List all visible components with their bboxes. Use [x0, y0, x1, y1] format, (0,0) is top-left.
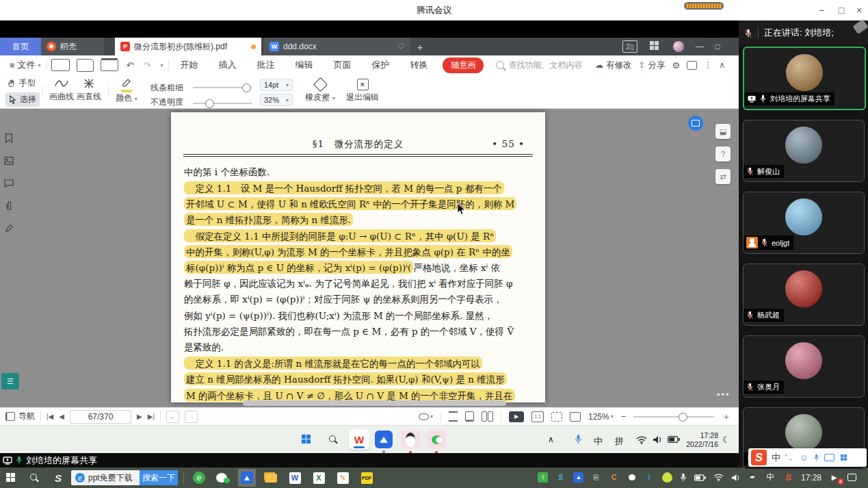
prev-page-icon[interactable]: ◀ — [59, 413, 64, 420]
host-search-icon[interactable] — [30, 474, 37, 480]
settings-gear-icon[interactable]: ⚙ — [672, 60, 681, 70]
menu-item[interactable]: 转换 — [406, 57, 432, 73]
notification-icon[interactable] — [847, 472, 857, 483]
tray-wechat-icon[interactable] — [627, 472, 637, 483]
meeting-taskbar-icon[interactable] — [375, 431, 393, 448]
sogou-ime-bar[interactable]: S 中 ’， ☺ — [748, 448, 867, 467]
first-page-icon[interactable]: |◀ — [47, 413, 53, 420]
host-tray-battery-icon[interactable] — [694, 474, 706, 481]
qq-taskbar-icon[interactable] — [401, 430, 420, 449]
web-search-button[interactable]: 搜索一下 — [140, 470, 178, 485]
floating-toolbar-handle[interactable]: ☰ — [1, 373, 19, 389]
kebab-menu-icon[interactable]: ⋮ — [704, 60, 712, 70]
tray-360-icon[interactable]: C — [609, 472, 619, 483]
tray-bluetooth-icon[interactable]: ᛒ — [644, 472, 655, 483]
ink-mode-button[interactable]: 随意画 — [443, 57, 484, 73]
collapse-ribbon-icon[interactable]: ∧ — [719, 60, 725, 70]
participant-tile[interactable]: eoljgt — [743, 192, 865, 254]
header-mic-muted-icon[interactable] — [744, 29, 752, 38]
focus-assist-moon-icon[interactable]: ☾ — [722, 435, 731, 445]
restore-button[interactable]: □ — [832, 2, 850, 18]
swap-pages-icon[interactable]: ⇄ — [715, 169, 731, 184]
workspace-grid-icon[interactable] — [650, 41, 659, 50]
nav-pane-button[interactable]: 导航 — [5, 411, 35, 422]
tray-usb-drive-icon[interactable]: ⎘ — [591, 472, 601, 483]
opacity-knob[interactable] — [205, 99, 214, 108]
zoom-slider[interactable] — [633, 416, 714, 418]
blue-floating-button[interactable] — [688, 116, 703, 131]
host-notes-icon[interactable]: ✎ — [334, 469, 352, 487]
draw-curve-tool[interactable]: 画曲线 — [47, 78, 77, 103]
opacity-slider[interactable] — [193, 103, 252, 104]
highlighter-icon[interactable] — [4, 224, 14, 233]
select-tool[interactable]: 选择 — [5, 92, 40, 107]
menu-item[interactable]: 插入 — [214, 57, 240, 73]
tray-ime-icon[interactable]: 中 — [765, 472, 776, 483]
tray-sogou-icon[interactable]: S — [783, 472, 793, 483]
opacity-combo[interactable]: 32%▾ — [260, 94, 293, 106]
tray-meeting-icon[interactable] — [573, 472, 583, 483]
menu-item[interactable]: 页面 — [329, 57, 355, 73]
participant-tile[interactable]: 解俊山 — [743, 120, 865, 182]
zoom-level[interactable]: 125%▾ — [588, 412, 614, 422]
host-browser-icon[interactable]: e — [190, 469, 208, 487]
start-button[interactable] — [302, 435, 311, 444]
new-tab-button[interactable]: + — [413, 40, 427, 53]
sogou-mic-icon[interactable] — [813, 454, 819, 462]
tab-docx[interactable]: W ddd.docx 🗩 — [264, 38, 410, 55]
tray-expand-icon[interactable]: ∧ — [548, 435, 554, 444]
paperclip-icon[interactable] — [4, 201, 14, 211]
comment-icon[interactable] — [4, 179, 14, 188]
eraser-tool[interactable]: 橡皮擦 ▾ — [304, 78, 337, 103]
font-size-combo[interactable]: 14pt▾ — [260, 79, 293, 91]
taskbar-search-icon[interactable] — [329, 435, 336, 442]
back-view-icon[interactable]: ← — [166, 411, 179, 423]
tray-mic-icon[interactable] — [575, 434, 582, 445]
forward-view-icon[interactable]: → — [185, 411, 198, 423]
bookmark-icon[interactable] — [4, 133, 14, 143]
sogou-emoji-icon[interactable]: ☺ — [799, 452, 808, 463]
open-folder-icon[interactable] — [51, 59, 70, 71]
tray-wifi-icon[interactable] — [636, 436, 647, 444]
web-search-box[interactable]: e ppt免费下载 — [71, 470, 140, 485]
image-icon[interactable] — [4, 156, 14, 166]
host-meeting-icon[interactable] — [238, 469, 256, 487]
tray-usb-safe-icon[interactable]: ⇪ — [538, 472, 548, 483]
tray-battery-icon[interactable] — [668, 436, 680, 443]
zoom-out-icon[interactable]: − — [621, 411, 627, 422]
participant-tile[interactable]: 刘培培的屏幕共享 — [743, 47, 866, 110]
draw-line-tool[interactable]: 画直线 — [74, 78, 104, 103]
sogou-keyboard-icon[interactable] — [824, 454, 834, 461]
more-commands-icon[interactable]: ▾ — [156, 60, 167, 70]
tab-home[interactable]: 首页 — [0, 38, 41, 55]
fit-page-icon2[interactable] — [570, 412, 581, 422]
actual-size-icon[interactable]: 1:1 — [531, 411, 544, 422]
minimize-button[interactable]: − — [813, 2, 830, 18]
thickness-knob[interactable] — [242, 84, 251, 92]
menu-item[interactable]: 编辑 — [291, 57, 317, 73]
eye-protect-button[interactable]: ▾ — [419, 413, 433, 420]
close-button[interactable]: × — [850, 2, 868, 18]
host-clock[interactable]: 17:28 — [801, 473, 821, 483]
search-field[interactable]: 查找功能、文档内容 — [496, 60, 582, 71]
color-tool[interactable]: 颜色 ▾ — [112, 78, 141, 104]
sync-status[interactable]: ☁ 有修改 — [595, 60, 632, 71]
horizontal-scrollbar[interactable] — [243, 400, 506, 406]
tray-clock[interactable]: 17:28 2022/7/16 — [684, 431, 718, 449]
participant-tile[interactable]: 杨武超 — [743, 264, 865, 326]
feedback-icon[interactable] — [687, 61, 697, 70]
host-word-icon[interactable]: W — [286, 469, 304, 487]
zoom-in-icon[interactable]: ＋ — [722, 411, 731, 423]
last-page-icon[interactable]: ▶| — [148, 413, 155, 420]
ime-lang-indicator[interactable]: 中 — [594, 435, 603, 448]
tray-player-icon[interactable]: ▶4 — [829, 472, 839, 483]
single-page-icon[interactable] — [465, 411, 474, 422]
scroll-mode-icon[interactable] — [449, 411, 458, 422]
host-pdf-icon[interactable]: PDF — [358, 469, 376, 487]
file-menu[interactable]: ≡ 文件 ▾ — [5, 57, 45, 73]
wechat-taskbar-icon[interactable] — [427, 430, 446, 449]
ime-shape-indicator[interactable]: 拼 — [615, 435, 624, 448]
print-icon[interactable] — [101, 60, 118, 71]
save-icon[interactable] — [77, 59, 94, 72]
sogou-grid-icon[interactable] — [841, 454, 847, 461]
